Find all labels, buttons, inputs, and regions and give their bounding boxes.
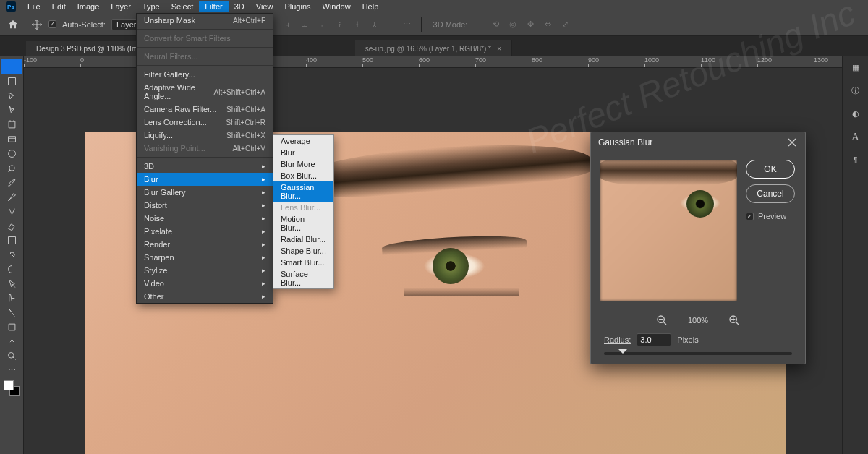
marquee-tool[interactable] [1, 74, 22, 88]
menu-item-adaptive-wide-angle-[interactable]: Adaptive Wide Angle...Alt+Shift+Ctrl+A [137, 81, 273, 103]
wand-tool[interactable] [1, 103, 22, 117]
adjustments-icon[interactable]: ◐ [849, 107, 862, 120]
menu-item-distort[interactable]: Distort▸ [137, 199, 273, 212]
3d-zoom-icon[interactable]: ⤢ [557, 17, 573, 33]
path-tool[interactable] [1, 305, 22, 320]
move-tool[interactable] [1, 59, 22, 74]
app-logo: Ps [6, 1, 16, 12]
align-right-icon[interactable]: ⫟ [315, 17, 331, 33]
menu-help[interactable]: Help [357, 1, 385, 12]
menu-filter[interactable]: Filter [199, 1, 228, 12]
submenu-item-box-blur-[interactable]: Box Blur... [273, 170, 333, 181]
close-tab-icon[interactable]: × [497, 44, 501, 53]
dodge-tool[interactable] [1, 262, 22, 276]
doc-tab[interactable]: se-up.jpg @ 16.5% (Layer 1, RGB/8*) *× [355, 40, 513, 56]
submenu-item-average[interactable]: Average [273, 135, 333, 147]
pen-tool[interactable] [1, 276, 22, 291]
fg-bg-swatch[interactable] [4, 380, 20, 396]
document-tabbar: Design 3 PSD.psd @ 110% (Image, RGB/8) s… [0, 36, 868, 56]
submenu-item-motion-blur-[interactable]: Motion Blur... [273, 213, 333, 234]
align-left-icon[interactable]: ⫞ [280, 17, 296, 33]
menu-item-pixelate[interactable]: Pixelate▸ [137, 225, 273, 238]
edit-toolbar-icon[interactable]: ⋯ [1, 363, 22, 377]
info-icon[interactable]: ⓘ [849, 84, 862, 97]
submenu-item-smart-blur-[interactable]: Smart Blur... [273, 257, 333, 268]
menu-window[interactable]: Window [317, 1, 357, 12]
submenu-item-blur-more[interactable]: Blur More [273, 158, 333, 170]
menu-item-unsharp-mask[interactable]: Unsharp MaskAlt+Ctrl+F [137, 14, 273, 27]
ok-button[interactable]: OK [746, 160, 795, 179]
crop-tool[interactable] [1, 117, 22, 132]
preview-thumbnail[interactable] [600, 160, 737, 301]
menu-item-filter-gallery-[interactable]: Filter Gallery... [137, 68, 273, 81]
menubar: Ps FileEditImageLayerTypeSelectFilter3DV… [0, 0, 868, 13]
menu-plugins[interactable]: Plugins [278, 1, 316, 12]
hand-tool[interactable] [1, 334, 22, 348]
align-center-v-icon[interactable]: ⫲ [349, 17, 365, 33]
preview-checkbox[interactable]: ✓ [746, 213, 754, 220]
submenu-item-surface-blur-[interactable]: Surface Blur... [273, 268, 333, 288]
menu-3d[interactable]: 3D [229, 1, 250, 12]
brush-tool[interactable] [1, 175, 22, 189]
submenu-item-radial-blur-[interactable]: Radial Blur... [273, 234, 333, 245]
menu-item-render[interactable]: Render▸ [137, 238, 273, 251]
menu-view[interactable]: View [250, 1, 279, 12]
menu-select[interactable]: Select [166, 1, 200, 12]
3d-pan-icon[interactable]: ✥ [522, 17, 538, 33]
type-tool[interactable] [1, 291, 22, 305]
cancel-button[interactable]: Cancel [746, 184, 795, 203]
menu-item-camera-raw-filter-[interactable]: Camera Raw Filter...Shift+Ctrl+A [137, 103, 273, 116]
menu-item-other[interactable]: Other▸ [137, 290, 273, 303]
blur-tool[interactable] [1, 247, 22, 262]
3d-orbit-icon[interactable]: ⟲ [488, 17, 503, 33]
radius-slider[interactable] [604, 352, 792, 355]
home-icon[interactable] [7, 19, 19, 30]
menu-item-blur-gallery[interactable]: Blur Gallery▸ [137, 186, 273, 199]
3d-slide-icon[interactable]: ⇔ [540, 17, 556, 33]
menu-item--d[interactable]: 3D▸ [137, 160, 273, 173]
zoom-out-icon[interactable] [656, 314, 668, 326]
menu-item-liquify-[interactable]: Liquify...Shift+Ctrl+X [137, 129, 273, 142]
submenu-item-gaussian-blur-[interactable]: Gaussian Blur... [273, 181, 333, 202]
gradient-tool[interactable] [1, 233, 22, 247]
move-tool-icon [31, 19, 43, 30]
auto-select-checkbox[interactable]: ✓ [48, 20, 56, 28]
align-center-h-icon[interactable]: ⫠ [297, 17, 313, 33]
color-icon[interactable]: ▦ [849, 61, 862, 74]
menu-item-blur[interactable]: Blur▸ [137, 173, 273, 186]
radius-input[interactable] [637, 333, 671, 346]
lasso-tool[interactable] [1, 88, 22, 103]
zoom-in-icon[interactable] [728, 314, 740, 326]
menu-file[interactable]: File [22, 1, 46, 12]
menu-item-video[interactable]: Video▸ [137, 277, 273, 290]
rect-tool[interactable] [1, 320, 22, 334]
frame-tool[interactable] [1, 132, 22, 146]
submenu-item-blur[interactable]: Blur [273, 147, 333, 158]
heal-tool[interactable] [1, 160, 22, 175]
menu-item-lens-correction-[interactable]: Lens Correction...Shift+Ctrl+R [137, 116, 273, 129]
align-bottom-icon[interactable]: ⫰ [367, 17, 383, 33]
stamp-tool[interactable] [1, 189, 22, 204]
distribute-icon[interactable]: ⋯ [399, 17, 415, 33]
menu-item-neural-filters-: Neural Filters... [137, 50, 273, 63]
right-panel-strip: ▦ ⓘ ◐ A ¶ [842, 56, 868, 454]
menu-item-sharpen[interactable]: Sharpen▸ [137, 251, 273, 264]
menu-edit[interactable]: Edit [46, 1, 72, 12]
menu-image[interactable]: Image [72, 1, 106, 12]
type-icon[interactable]: A [849, 130, 862, 143]
eraser-tool[interactable] [1, 218, 22, 233]
3d-roll-icon[interactable]: ◎ [505, 17, 521, 33]
history-tool[interactable] [1, 204, 22, 218]
gaussian-blur-dialog: Gaussian Blur OK Cancel ✓ Preview 100% R… [590, 132, 806, 364]
close-icon[interactable] [786, 137, 798, 148]
paragraph-icon[interactable]: ¶ [849, 153, 862, 166]
eyedrop-tool[interactable] [1, 146, 22, 160]
zoom-tool[interactable] [1, 348, 22, 363]
menu-type[interactable]: Type [137, 1, 166, 12]
align-top-icon[interactable]: ⫯ [332, 17, 348, 33]
submenu-item-shape-blur-[interactable]: Shape Blur... [273, 245, 333, 257]
menu-layer[interactable]: Layer [105, 1, 137, 12]
options-bar: ✓ Auto-Select: Layer Show Transform Cont… [0, 13, 868, 36]
menu-item-noise[interactable]: Noise▸ [137, 212, 273, 225]
menu-item-stylize[interactable]: Stylize▸ [137, 264, 273, 277]
